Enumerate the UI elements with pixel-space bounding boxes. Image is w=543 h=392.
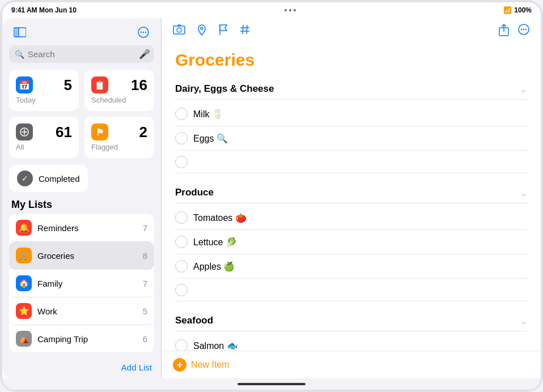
toolbar-left xyxy=(173,24,250,39)
battery-indicator: 100% xyxy=(514,6,532,14)
hashtag-icon[interactable] xyxy=(240,24,250,39)
toolbar xyxy=(162,18,541,45)
salmon-checkbox[interactable] xyxy=(175,339,188,351)
all-count: 61 xyxy=(56,125,72,139)
location-icon[interactable] xyxy=(197,24,207,39)
today-icon: 📅 xyxy=(16,76,33,93)
list-item-work[interactable]: ⭐ Work 5 xyxy=(9,297,154,325)
status-bar: 9:41 AM Mon Jun 10 📶 100% xyxy=(2,2,541,18)
toolbar-right xyxy=(499,24,529,39)
eggs-checkbox[interactable] xyxy=(175,132,188,144)
lists-container: 🔔 Reminders 7 🛒 Groceries 8 🏠 Family xyxy=(9,214,154,352)
svg-point-22 xyxy=(523,29,524,30)
smart-card-all[interactable]: 61 All xyxy=(9,117,79,158)
seafood-title: Seafood xyxy=(175,315,213,326)
family-count: 7 xyxy=(143,279,147,288)
new-item-bar: + New Item xyxy=(162,351,541,378)
add-list-row: Add List xyxy=(2,357,161,378)
new-item-button[interactable]: + New Item xyxy=(173,358,230,372)
smart-card-today[interactable]: 📅 5 Today xyxy=(9,70,79,111)
scheduled-label: Scheduled xyxy=(91,96,147,104)
tomatoes-checkbox[interactable] xyxy=(175,211,188,224)
today-label: Today xyxy=(16,96,72,104)
reminder-eggs: Eggs 🔍 xyxy=(175,126,527,151)
reminder-tomatoes: Tomatoes 🍅 xyxy=(175,206,527,230)
smart-lists-grid: 📅 5 Today 📋 16 Scheduled xyxy=(2,70,161,165)
status-dots xyxy=(285,9,296,11)
svg-rect-0 xyxy=(14,28,18,37)
sidebar: 🔍 🎤 📅 5 Today 📋 xyxy=(2,18,161,378)
reminders-name: Reminders xyxy=(37,223,137,233)
reminder-apples: Apples 🍏 xyxy=(175,254,527,279)
flagged-label: Flagged xyxy=(91,143,147,151)
salmon-text: Salmon 🐟 xyxy=(193,340,238,351)
produce-empty-checkbox[interactable] xyxy=(175,284,188,296)
lettuce-checkbox[interactable] xyxy=(175,236,188,248)
share-icon[interactable] xyxy=(499,24,509,39)
svg-line-14 xyxy=(243,25,243,34)
work-icon: ⭐ xyxy=(16,303,32,319)
svg-point-5 xyxy=(143,32,144,33)
my-lists-section: My Lists 🔔 Reminders 7 🛒 Groceries 8 xyxy=(2,199,161,357)
home-indicator xyxy=(2,378,541,390)
reminders-icon: 🔔 xyxy=(16,220,32,236)
section-seafood-header: Seafood ⌄ xyxy=(175,310,527,331)
more-icon[interactable] xyxy=(518,24,529,39)
eggs-text: Eggs 🔍 xyxy=(193,133,228,144)
svg-line-15 xyxy=(247,25,247,34)
completed-button[interactable]: ✓ Completed xyxy=(9,165,88,192)
search-bar[interactable]: 🔍 🎤 xyxy=(9,45,154,63)
family-name: Family xyxy=(37,279,137,288)
milk-text: Milk 🥛 xyxy=(193,109,223,120)
completed-label: Completed xyxy=(39,174,80,184)
smart-card-flagged[interactable]: ⚑ 2 Flagged xyxy=(84,117,154,158)
reminder-milk: Milk 🥛 xyxy=(175,102,527,126)
list-item-reminders[interactable]: 🔔 Reminders 7 xyxy=(9,214,154,242)
main-content: Groceries Dairy, Eggs & Cheese ⌄ Milk 🥛 … xyxy=(161,18,541,378)
produce-chevron-icon[interactable]: ⌄ xyxy=(520,188,527,198)
groceries-count: 8 xyxy=(143,251,147,261)
search-input[interactable] xyxy=(28,49,135,59)
section-dairy-header: Dairy, Eggs & Cheese ⌄ xyxy=(175,79,527,100)
svg-point-6 xyxy=(145,32,146,33)
svg-point-21 xyxy=(521,29,522,30)
camera-icon[interactable] xyxy=(173,24,185,39)
reminder-lettuce: Lettuce 🥬 xyxy=(175,230,527,254)
apples-text: Apples 🍏 xyxy=(193,261,235,272)
smart-card-scheduled[interactable]: 📋 16 Scheduled xyxy=(84,70,154,111)
sidebar-more-button[interactable] xyxy=(135,24,152,41)
dairy-chevron-icon[interactable]: ⌄ xyxy=(520,84,527,95)
work-name: Work xyxy=(37,306,137,316)
camping-icon: ⛺ xyxy=(16,331,32,347)
reminders-count: 7 xyxy=(143,223,147,233)
svg-point-4 xyxy=(141,32,142,33)
list-item-groceries[interactable]: 🛒 Groceries 8 xyxy=(9,242,154,270)
reminder-salmon: Salmon 🐟 xyxy=(175,334,527,351)
completed-icon: ✓ xyxy=(17,171,33,186)
milk-checkbox[interactable] xyxy=(175,108,188,120)
section-produce-header: Produce ⌄ xyxy=(175,182,527,203)
svg-point-12 xyxy=(201,27,203,29)
dairy-empty-checkbox[interactable] xyxy=(175,156,188,168)
seafood-chevron-icon[interactable]: ⌄ xyxy=(520,316,527,326)
svg-point-23 xyxy=(525,29,527,30)
scheduled-count: 16 xyxy=(131,78,147,92)
today-count: 5 xyxy=(64,78,72,92)
list-item-family[interactable]: 🏠 Family 7 xyxy=(9,270,154,297)
search-icon: 🔍 xyxy=(15,50,24,59)
new-item-plus-icon: + xyxy=(173,358,186,372)
all-icon xyxy=(16,123,33,140)
svg-point-11 xyxy=(177,28,181,32)
list-item-camping[interactable]: ⛺ Camping Trip 6 xyxy=(9,325,154,352)
dairy-title: Dairy, Eggs & Cheese xyxy=(175,83,274,95)
home-bar xyxy=(237,383,306,385)
sidebar-header xyxy=(2,18,161,45)
all-label: All xyxy=(16,143,72,151)
content-area: Groceries Dairy, Eggs & Cheese ⌄ Milk 🥛 … xyxy=(162,45,541,351)
flag-icon[interactable] xyxy=(218,24,228,39)
apples-checkbox[interactable] xyxy=(175,260,188,272)
mic-icon[interactable]: 🎤 xyxy=(139,49,150,59)
work-count: 5 xyxy=(143,306,147,316)
sidebar-toggle-button[interactable] xyxy=(11,24,28,41)
add-list-button[interactable]: Add List xyxy=(121,363,152,372)
